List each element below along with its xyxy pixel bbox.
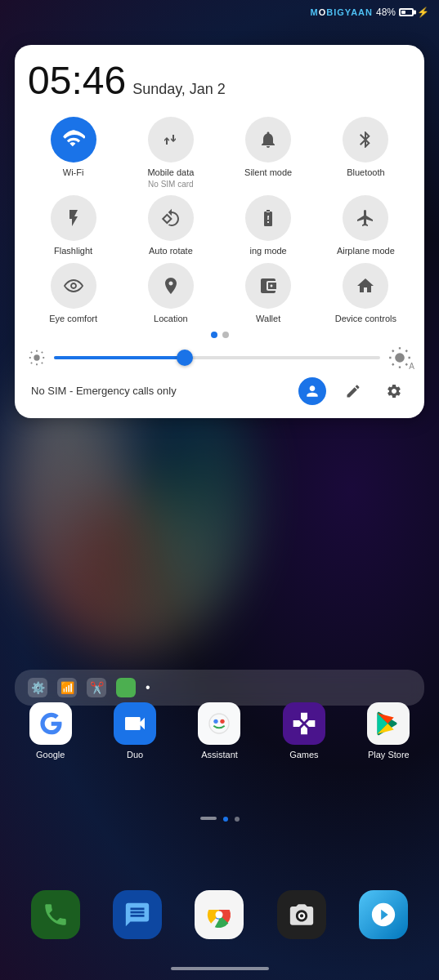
page-dot-2 xyxy=(222,332,229,338)
svg-point-5 xyxy=(221,719,225,724)
eye-comfort-label: Eye comfort xyxy=(49,314,97,324)
google-icon xyxy=(29,702,72,745)
games-icon xyxy=(283,702,325,745)
status-bar: MOBIGYAAN 48% ⚡ xyxy=(311,7,430,18)
messages-icon xyxy=(113,890,162,939)
eye-comfort-icon xyxy=(51,263,96,309)
dock xyxy=(15,890,424,939)
play-store-icon xyxy=(367,702,410,745)
location-label: Location xyxy=(154,314,188,324)
google-label: Google xyxy=(36,750,65,760)
app-shortcuts-bar: ⚙️ 📶 ✂️ • xyxy=(15,670,424,706)
airplane-mode-icon xyxy=(343,195,388,241)
brightness-low-icon xyxy=(28,349,46,367)
dock-files[interactable] xyxy=(359,890,408,939)
bottom-icons xyxy=(298,377,408,405)
battery-saver-label: ing mode xyxy=(249,246,286,256)
notification-panel: 05:46 Sunday, Jan 2 Wi-Fi Mobile data No… xyxy=(15,45,424,418)
app-duo[interactable]: Duo xyxy=(99,702,170,760)
tile-airplane-mode[interactable]: Airplane mode xyxy=(320,195,411,256)
mobile-data-icon xyxy=(148,117,194,163)
wifi-label: Wi-Fi xyxy=(63,167,84,178)
tile-wifi[interactable]: Wi-Fi xyxy=(28,117,119,189)
tiles-row-1: Wi-Fi Mobile data No SIM card Silent mod… xyxy=(28,117,411,189)
page-indicator xyxy=(28,332,411,338)
home-indicator xyxy=(171,967,269,970)
svg-point-4 xyxy=(214,719,218,724)
tile-location[interactable]: Location xyxy=(125,263,216,324)
app-grid: Google Duo Assistant Games xyxy=(15,702,424,760)
assistant-icon xyxy=(198,702,240,745)
battery-percentage: 48% xyxy=(376,7,396,18)
games-label: Games xyxy=(289,750,318,760)
no-sim-label: No SIM card xyxy=(148,180,194,189)
airplane-mode-label: Airplane mode xyxy=(337,246,395,256)
duo-label: Duo xyxy=(127,750,143,760)
brightness-slider[interactable] xyxy=(54,356,380,359)
home-dot-inactive xyxy=(235,817,240,822)
page-dot-1 xyxy=(211,332,217,338)
bottom-bar: No SIM - Emergency calls only xyxy=(28,377,411,405)
battery-saver-icon xyxy=(245,195,291,241)
silent-mode-icon xyxy=(245,117,291,163)
device-controls-label: Device controls xyxy=(335,314,396,324)
brightness-thumb xyxy=(177,350,193,366)
dock-phone[interactable] xyxy=(31,890,80,939)
tile-flashlight[interactable]: Flashlight xyxy=(28,195,119,256)
wallet-label: Wallet xyxy=(256,314,280,324)
dock-camera[interactable] xyxy=(277,890,326,939)
chrome-icon xyxy=(195,890,244,939)
silent-mode-label: Silent mode xyxy=(244,167,292,178)
assistant-label: Assistant xyxy=(201,750,238,760)
flashlight-label: Flashlight xyxy=(54,246,92,256)
tile-eye-comfort[interactable]: Eye comfort xyxy=(28,263,119,324)
tile-silent-mode[interactable]: Silent mode xyxy=(223,117,314,189)
sim-status-text: No SIM - Emergency calls only xyxy=(31,385,298,397)
shortcut-settings[interactable]: ⚙️ xyxy=(28,678,47,697)
svg-point-3 xyxy=(209,714,229,733)
tile-device-controls[interactable]: Device controls xyxy=(320,263,411,324)
app-games[interactable]: Games xyxy=(268,702,339,760)
auto-rotate-icon xyxy=(148,195,194,241)
brightness-fill xyxy=(54,356,185,359)
dock-messages[interactable] xyxy=(113,890,162,939)
home-dot-active xyxy=(223,817,228,822)
brightness-high-icon: A xyxy=(388,346,411,369)
files-icon xyxy=(359,890,408,939)
tile-wallet[interactable]: Wallet xyxy=(223,263,314,324)
bluetooth-icon xyxy=(343,117,388,163)
mobile-data-label: Mobile data xyxy=(147,167,194,178)
app-assistant[interactable]: Assistant xyxy=(184,702,255,760)
tile-auto-rotate[interactable]: Auto rotate xyxy=(125,195,216,256)
wallet-icon xyxy=(245,263,291,309)
wifi-icon xyxy=(51,117,96,163)
svg-point-9 xyxy=(300,914,303,917)
battery-icon xyxy=(399,8,414,16)
bluetooth-label: Bluetooth xyxy=(347,167,384,178)
brand-logo: MOBIGYAAN xyxy=(311,7,373,17)
app-google[interactable]: Google xyxy=(15,702,86,760)
duo-icon xyxy=(114,702,156,745)
camera-icon xyxy=(277,890,326,939)
shortcut-green[interactable] xyxy=(116,678,136,697)
brightness-row: A xyxy=(28,346,411,369)
svg-point-1 xyxy=(34,354,39,360)
shortcut-wifi[interactable]: 📶 xyxy=(57,678,77,697)
user-avatar-button[interactable] xyxy=(298,377,326,405)
time-display: 05:46 xyxy=(28,61,126,100)
time-date-row: 05:46 Sunday, Jan 2 xyxy=(28,61,411,100)
shortcut-screenshot[interactable]: ✂️ xyxy=(87,678,106,697)
tile-bluetooth[interactable]: Bluetooth xyxy=(320,117,411,189)
svg-point-7 xyxy=(216,911,223,919)
edit-button[interactable] xyxy=(339,377,367,405)
location-icon xyxy=(148,263,194,309)
tile-battery-saver[interactable]: ing mode xyxy=(223,195,314,256)
date-display: Sunday, Jan 2 xyxy=(132,81,226,98)
tiles-row-2: Flashlight Auto rotate ing mode xyxy=(28,195,411,256)
auto-rotate-label: Auto rotate xyxy=(149,246,193,256)
svg-point-0 xyxy=(71,283,76,288)
tile-mobile-data[interactable]: Mobile data No SIM card xyxy=(125,117,216,189)
dock-chrome[interactable] xyxy=(195,890,244,939)
app-play-store[interactable]: Play Store xyxy=(353,702,424,760)
settings-button[interactable] xyxy=(380,377,408,405)
